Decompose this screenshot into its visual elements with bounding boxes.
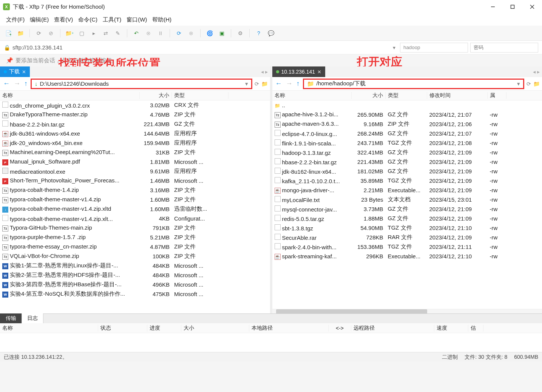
menu-file[interactable]: 文件(F) <box>6 16 25 23</box>
tcol-remote[interactable]: 远程路径 <box>351 325 434 332</box>
file-row[interactable]: PManual_ipnuk_Software.pdf1.81MBMicrosof… <box>0 157 270 167</box>
stop-icon[interactable]: ⊗ <box>144 29 153 38</box>
username-field[interactable] <box>400 43 468 52</box>
tcol-status[interactable]: 状态 <box>98 325 147 332</box>
col-size[interactable]: 大小 <box>140 92 172 99</box>
local-path-field[interactable]: ↓ D:\Users\12246\Downloads ▾ <box>31 79 252 89</box>
file-row[interactable]: ☕spark-streaming-kaf...296KBExecutable..… <box>272 252 542 261</box>
file-row[interactable]: hbase-2.2.2-bin.tar.gz221.43MBGZ 文件2023/… <box>272 157 542 167</box>
properties-icon[interactable]: ▢ <box>77 29 86 38</box>
log-tab[interactable]: 日志 <box>22 313 43 323</box>
reconnect-icon[interactable]: ⟳ <box>34 29 43 38</box>
file-row[interactable]: eclipse-4.7.0-linux.g...268.24MBGZ 文件202… <box>272 129 542 138</box>
local-tab[interactable]: 下载 ✕ <box>0 66 30 77</box>
maximize-button[interactable] <box>503 0 522 14</box>
remote-tab-close-icon[interactable]: ✕ <box>317 69 321 75</box>
file-row[interactable]: spark-2.4.0-bin-with...153.36MBTGZ 文件202… <box>272 242 542 252</box>
help-icon[interactable]: ? <box>254 29 263 38</box>
tcol-speed[interactable]: 速度 <box>434 325 468 332</box>
address-field[interactable]: sftp://10.13.236.141 <box>12 44 388 51</box>
menu-view[interactable]: 查看(V) <box>54 16 73 23</box>
file-row[interactable]: 7zapache-maven-3.6.3...9.16MBZIP 文件2023/… <box>272 119 542 129</box>
pause-icon[interactable]: ⏸ <box>156 29 165 38</box>
rback-icon[interactable]: ← <box>275 80 283 88</box>
new-session-icon[interactable]: 📄+ <box>4 29 13 38</box>
menu-tool[interactable]: 工具(T) <box>103 16 121 23</box>
minimize-button[interactable] <box>483 0 503 14</box>
address-dropdown-icon[interactable]: ▾ <box>391 45 398 51</box>
file-row[interactable]: 7ztypora-purple-theme-1.5.7 .zip5.21MBZI… <box>0 233 270 242</box>
chat-icon[interactable]: 💬 <box>266 29 275 38</box>
tcol-eta[interactable]: 估 <box>468 325 483 332</box>
file-row[interactable]: W实验3-第四章-熟悉常用的HBase操作-题目-...496KBMicroso… <box>0 280 270 289</box>
tcol-progress[interactable]: 进度 <box>147 325 181 332</box>
file-row[interactable]: ☕jdk-20_windows-x64_bin.exe159.94MB应用程序 <box>0 138 270 148</box>
file-row[interactable]: typora-cobalt-theme-master-v1.4.zip.xlt.… <box>0 214 270 223</box>
refresh-local-icon[interactable]: ⟳ <box>255 81 259 87</box>
rtab-prev-icon[interactable]: ◂ <box>533 69 536 75</box>
file-row[interactable]: ↓typora-cobalt-theme-master-v1.4.zip.xlt… <box>0 204 270 214</box>
file-row[interactable]: hadoop-3.1.3.tar.gz322.41MBGZ 文件2023/4/1… <box>272 148 542 157</box>
menu-command[interactable]: 命令(C) <box>78 16 97 23</box>
file-row[interactable]: 7zVQLai-VBot-for-Chrome.zip100KBZIP 文件 <box>0 252 270 261</box>
file-row[interactable]: 7ztypora-cobalt-theme-1.4.zip3.16MBZIP 文… <box>0 185 270 195</box>
tcol-local[interactable]: 本地路径 <box>249 325 329 332</box>
file-row[interactable]: mediacreationtool.exe9.61MB应用程序 <box>0 167 270 176</box>
rcol-attr[interactable]: 属 <box>488 92 506 99</box>
swirl-icon[interactable]: 🌀 <box>205 29 214 38</box>
open-folder-icon[interactable]: 📁 <box>16 29 25 38</box>
transfer-tab[interactable]: 传输 <box>0 313 22 323</box>
rtab-next-icon[interactable]: ▸ <box>537 69 540 75</box>
browse-remote-icon[interactable]: 📁 <box>533 81 540 87</box>
file-row[interactable]: W实验4-第五章-NoSQL和关系数据库的操作作...475KBMicrosof… <box>0 289 270 299</box>
rcol-type[interactable]: 类型 <box>386 92 427 99</box>
file-row[interactable]: 7zapache-hive-3.1.2-bi...265.90MBGZ 文件20… <box>272 110 542 119</box>
rcol-mod[interactable]: 修改时间 <box>427 92 488 99</box>
file-row[interactable]: csdn_chrome_plugin_v3.0.2.crx3.02MBCRX 文… <box>0 100 270 110</box>
file-row[interactable]: W实验2-第三章-熟悉常用的HDFS操作-题目-...484KBMicrosof… <box>0 270 270 280</box>
file-row[interactable]: jdk-8u162-linux-x64...181.02MBGZ 文件2023/… <box>272 167 542 176</box>
file-row[interactable]: kafka_2.11-0.10.2.0.t...35.89MBTGZ 文件202… <box>272 176 542 185</box>
local-tab-close-icon[interactable]: ✕ <box>22 69 26 75</box>
file-row[interactable]: 7ztypora-theme-essay_cn-master.zip4.87MB… <box>0 242 270 252</box>
refresh-remote-icon[interactable]: ⟳ <box>527 81 531 87</box>
forward-icon[interactable]: → <box>13 80 21 88</box>
remote-tab[interactable]: 10.13.236.141 ✕ <box>272 66 326 77</box>
tcol-size[interactable]: 大小 <box>181 325 249 332</box>
rup-icon[interactable]: ↑ <box>296 80 301 88</box>
rforward-icon[interactable]: → <box>285 80 293 88</box>
browse-local-icon[interactable]: 📁 <box>261 81 268 87</box>
stop2-icon[interactable]: ⊗ <box>187 29 196 38</box>
tab-next-icon[interactable]: ▸ <box>265 69 268 75</box>
file-row[interactable]: 7zDrakeTyporaTheme-master.zip4.76MBZIP 文… <box>0 110 270 119</box>
password-field[interactable] <box>470 43 538 52</box>
rcol-size[interactable]: 大小 <box>352 92 386 99</box>
menu-edit[interactable]: 编辑(E) <box>30 16 49 23</box>
disconnect-icon[interactable]: ⊘ <box>46 29 56 38</box>
file-row[interactable]: W实验1-第二章-熟悉常用的Linux操作-题目-...484KBMicroso… <box>0 261 270 270</box>
tcol-dir[interactable]: <-> <box>329 325 351 331</box>
refresh-icon[interactable]: ⟳ <box>174 29 184 38</box>
file-row[interactable]: ☕mongo-java-driver-...2.21MBExecutable..… <box>272 185 542 195</box>
back-icon[interactable]: ← <box>2 80 11 88</box>
file-row[interactable]: SecurAble.rar728KBRAR 文件2023/4/12, 21:09… <box>272 233 542 242</box>
tab-prev-icon[interactable]: ◂ <box>261 69 264 75</box>
rpath-dropdown-icon[interactable]: ▾ <box>517 80 520 87</box>
file-row[interactable]: sbt-1.3.8.tgz54.90MBTGZ 文件2023/4/12, 21:… <box>272 223 542 233</box>
file-row[interactable]: mysql-connector-jav...3.73MBGZ 文件2023/4/… <box>272 204 542 214</box>
undo-icon[interactable]: ↶ <box>132 29 141 38</box>
remote-scrollbar[interactable] <box>272 309 542 313</box>
monitor-icon[interactable]: ▣ <box>217 29 226 38</box>
parent-dir-row[interactable]: 📁.. <box>272 100 542 110</box>
file-row[interactable]: PShort-Term_Photovoltaic_Power_Forecas..… <box>0 176 270 185</box>
settings-icon[interactable]: ⚙ <box>236 29 245 38</box>
close-button[interactable] <box>522 0 542 14</box>
edit-icon[interactable]: ✎ <box>113 29 122 38</box>
file-row[interactable]: 7zMachineLearning-DeepLearning%20Tut...3… <box>0 148 270 157</box>
menu-help[interactable]: 帮助(H) <box>152 16 171 23</box>
rcol-name[interactable]: 名称 <box>272 92 352 99</box>
file-row[interactable]: hbase-2.2.2-bin.tar.gz221.43MBGZ 文件 <box>0 119 270 129</box>
file-row[interactable]: 7ztypora-cobalt-theme-master-v1.4.zip1.6… <box>0 195 270 204</box>
file-row[interactable]: redis-5.0.5.tar.gz1.88MBGZ 文件2023/4/12, … <box>272 214 542 223</box>
remote-file-list[interactable]: 📁..7zapache-hive-3.1.2-bi...265.90MBGZ 文… <box>272 100 542 309</box>
